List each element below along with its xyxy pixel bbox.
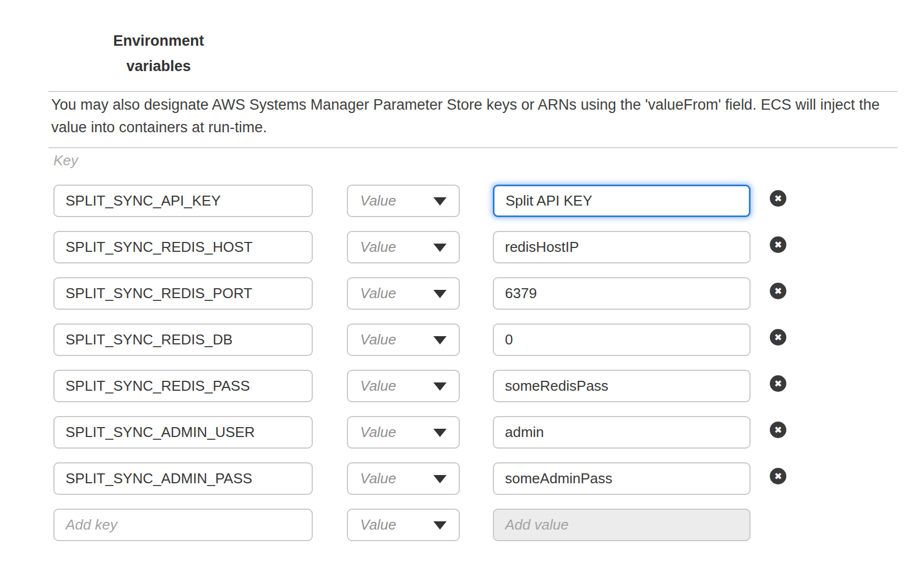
key-column-label: Key [53,152,78,169]
env-key-input[interactable] [53,370,313,402]
env-value-input[interactable] [493,370,751,402]
value-type-select[interactable]: Value [347,231,460,263]
caret-down-icon [433,429,447,437]
env-value-input[interactable] [493,323,751,356]
value-type-select[interactable]: Value [347,509,460,541]
caret-down-icon [433,382,447,391]
value-type-select[interactable]: Value [347,462,460,495]
value-type-label: Value [360,516,396,533]
value-type-label: Value [360,331,396,348]
caret-down-icon [433,244,447,252]
value-type-select[interactable]: Value [347,323,460,356]
env-value-input[interactable] [493,416,751,449]
value-type-label: Value [360,424,396,441]
value-type-select[interactable]: Value [347,416,460,449]
x-circle-icon: ✖ [774,287,782,296]
divider-top [48,91,898,92]
env-var-row: Value ✖ [0,462,924,495]
env-value-input[interactable] [493,231,751,263]
value-type-label: Value [360,377,396,395]
env-value-input[interactable] [493,462,751,495]
env-var-row: Value ✖ [0,323,924,356]
value-type-label: Value [360,470,396,487]
add-value-input[interactable] [493,509,751,541]
divider-bottom [48,147,898,148]
remove-env-var-button[interactable]: ✖ [770,190,786,207]
caret-down-icon [433,521,447,530]
env-key-input[interactable] [53,231,313,263]
env-var-row: Value ✖ [0,277,924,310]
x-circle-icon: ✖ [774,240,782,250]
value-type-label: Value [360,239,396,256]
value-type-select[interactable]: Value [347,185,460,217]
remove-env-var-button[interactable]: ✖ [770,468,786,484]
env-var-row: Value ✖ [0,416,924,449]
remove-env-var-button[interactable]: ✖ [770,236,786,253]
x-circle-icon: ✖ [774,194,782,203]
env-key-input[interactable] [53,277,313,310]
env-key-input[interactable] [53,462,313,495]
env-var-row: Value ✖ [0,185,924,217]
caret-down-icon [433,475,447,483]
remove-env-var-button[interactable]: ✖ [770,329,786,346]
env-value-input[interactable] [493,185,751,217]
env-key-input[interactable] [53,416,313,449]
x-circle-icon: ✖ [774,425,782,435]
remove-env-var-button[interactable]: ✖ [770,375,786,392]
x-circle-icon: ✖ [774,472,782,481]
caret-down-icon [433,290,447,298]
remove-env-var-button[interactable]: ✖ [770,283,786,299]
value-type-label: Value [360,192,396,209]
env-vars-description: You may also designate AWS Systems Manag… [51,94,896,139]
env-key-input[interactable] [53,185,313,217]
add-key-input[interactable] [53,509,313,541]
x-circle-icon: ✖ [774,333,782,342]
env-var-row: Value ✖ [0,231,924,263]
environment-variables-label: Environment variables [106,28,211,79]
value-type-select[interactable]: Value [347,277,460,310]
value-type-label: Value [360,285,396,302]
value-type-select[interactable]: Value [347,370,460,402]
env-value-input[interactable] [493,277,751,310]
x-circle-icon: ✖ [774,379,782,389]
remove-env-var-button[interactable]: ✖ [770,422,786,438]
add-env-var-row: Value [0,509,924,541]
caret-down-icon [433,336,447,344]
env-key-input[interactable] [53,323,313,356]
env-var-row: Value ✖ [0,370,924,402]
caret-down-icon [433,197,447,206]
